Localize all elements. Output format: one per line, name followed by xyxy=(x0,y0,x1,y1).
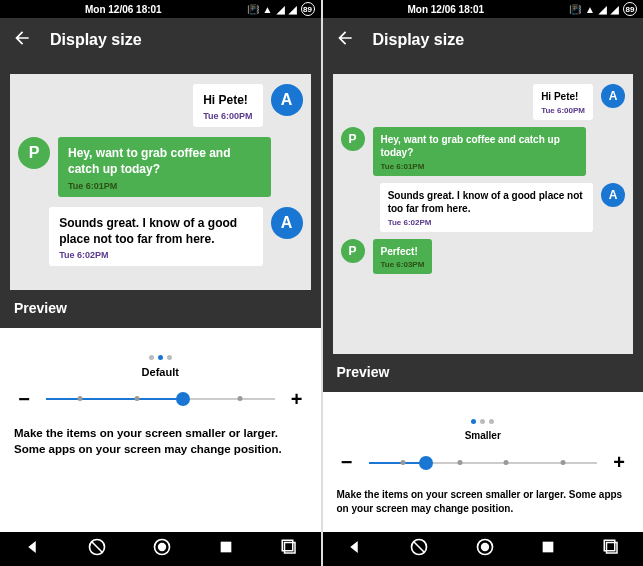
status-bar: Mon 12/06 18:01 📳 ▲ ◢ ◢ 89 xyxy=(0,0,321,18)
battery-icon: 89 xyxy=(623,2,637,16)
battery-icon: 89 xyxy=(301,2,315,16)
wifi-icon: ▲ xyxy=(263,4,273,15)
status-time: Mon 12/06 18:01 xyxy=(329,4,564,15)
message-timestamp: Tue 6:00PM xyxy=(541,106,585,115)
app-bar: Display size xyxy=(0,18,321,62)
nav-home-icon[interactable] xyxy=(475,537,495,561)
controls: Default − + Make the items on your scree… xyxy=(0,328,321,532)
message-text: Hey, want to grab coffee and catch up to… xyxy=(381,133,578,160)
status-icons: 📳 ▲ ◢ ◢ 89 xyxy=(569,2,637,16)
dot[interactable] xyxy=(471,419,476,424)
slider-thumb[interactable] xyxy=(419,456,433,470)
signal-icon: ◢ xyxy=(277,4,285,15)
decrease-button[interactable]: − xyxy=(14,388,34,411)
svg-point-2 xyxy=(158,543,166,551)
controls: Smaller − + Make the items on your scree… xyxy=(323,392,644,532)
nav-recent-icon[interactable] xyxy=(540,539,556,559)
page-title: Display size xyxy=(373,31,465,49)
phone-default: Mon 12/06 18:01 📳 ▲ ◢ ◢ 89 Display size … xyxy=(0,0,323,566)
signal-icon: ◢ xyxy=(599,4,607,15)
message-row: Hi Pete!Tue 6:00PMA xyxy=(18,84,303,127)
dot[interactable] xyxy=(167,355,172,360)
dot[interactable] xyxy=(480,419,485,424)
message-bubble: Hi Pete!Tue 6:00PM xyxy=(533,84,593,120)
message-bubble: Hey, want to grab coffee and catch up to… xyxy=(373,127,586,176)
nav-back-icon[interactable] xyxy=(345,538,363,560)
description: Make the items on your screen smaller or… xyxy=(337,488,630,516)
message-row: PHey, want to grab coffee and catch up t… xyxy=(18,137,303,196)
message-timestamp: Tue 6:02PM xyxy=(388,218,585,227)
nav-block-icon[interactable] xyxy=(409,537,429,561)
message-bubble: Hey, want to grab coffee and catch up to… xyxy=(58,137,271,196)
size-slider[interactable] xyxy=(46,389,275,409)
vibrate-icon: 📳 xyxy=(247,4,259,15)
nav-gallery-icon[interactable] xyxy=(280,538,298,560)
page-dots[interactable] xyxy=(14,346,307,364)
message-timestamp: Tue 6:01PM xyxy=(381,162,578,171)
message-row: Hi Pete!Tue 6:00PMA xyxy=(341,84,626,120)
avatar: A xyxy=(271,84,303,116)
app-bar: Display size xyxy=(323,18,644,62)
slider-row: − + xyxy=(14,388,307,411)
page-dots[interactable] xyxy=(337,410,630,428)
decrease-button[interactable]: − xyxy=(337,451,357,474)
message-timestamp: Tue 6:02PM xyxy=(59,250,252,260)
status-bar: Mon 12/06 18:01 📳 ▲ ◢ ◢ 89 xyxy=(323,0,644,18)
wifi-icon: ▲ xyxy=(585,4,595,15)
dot[interactable] xyxy=(158,355,163,360)
increase-button[interactable]: + xyxy=(609,451,629,474)
svg-rect-3 xyxy=(221,542,232,553)
avatar: A xyxy=(601,84,625,108)
preview-label: Preview xyxy=(10,290,311,320)
nav-home-icon[interactable] xyxy=(152,537,172,561)
avatar: A xyxy=(601,183,625,207)
avatar: A xyxy=(271,207,303,239)
page-title: Display size xyxy=(50,31,142,49)
back-button[interactable] xyxy=(12,28,32,52)
message-bubble: Sounds great. I know of a good place not… xyxy=(380,183,593,232)
avatar: P xyxy=(341,127,365,151)
message-text: Sounds great. I know of a good place not… xyxy=(59,215,252,247)
message-bubble: Sounds great. I know of a good place not… xyxy=(49,207,262,266)
status-time: Mon 12/06 18:01 xyxy=(6,4,241,15)
message-row: PPerfect!Tue 6:03PM xyxy=(341,239,626,275)
message-text: Perfect! xyxy=(381,245,425,259)
message-text: Hi Pete! xyxy=(203,92,252,108)
message-bubble: Hi Pete!Tue 6:00PM xyxy=(193,84,262,127)
nav-bar xyxy=(0,532,321,566)
message-text: Hey, want to grab coffee and catch up to… xyxy=(68,145,261,177)
vibrate-icon: 📳 xyxy=(569,4,581,15)
size-label: Smaller xyxy=(337,430,630,441)
signal2-icon: ◢ xyxy=(611,4,619,15)
message-timestamp: Tue 6:01PM xyxy=(68,181,261,191)
size-label: Default xyxy=(14,366,307,378)
message-text: Sounds great. I know of a good place not… xyxy=(388,189,585,216)
nav-recent-icon[interactable] xyxy=(218,539,234,559)
message-timestamp: Tue 6:03PM xyxy=(381,260,425,269)
message-timestamp: Tue 6:00PM xyxy=(203,111,252,121)
description: Make the items on your screen smaller or… xyxy=(14,425,307,457)
back-button[interactable] xyxy=(335,28,355,52)
preview-area: Hi Pete!Tue 6:00PMAPHey, want to grab co… xyxy=(0,62,321,328)
message-row: Sounds great. I know of a good place not… xyxy=(341,183,626,232)
chat-preview: Hi Pete!Tue 6:00PMAPHey, want to grab co… xyxy=(333,74,634,354)
slider-thumb[interactable] xyxy=(176,392,190,406)
svg-point-8 xyxy=(481,543,489,551)
signal2-icon: ◢ xyxy=(289,4,297,15)
nav-block-icon[interactable] xyxy=(87,537,107,561)
nav-bar xyxy=(323,532,644,566)
message-text: Hi Pete! xyxy=(541,90,585,104)
slider-row: − + xyxy=(337,451,630,474)
preview-area: Hi Pete!Tue 6:00PMAPHey, want to grab co… xyxy=(323,62,644,392)
nav-back-icon[interactable] xyxy=(23,538,41,560)
phone-smaller: Mon 12/06 18:01 📳 ▲ ◢ ◢ 89 Display size … xyxy=(323,0,644,566)
size-slider[interactable] xyxy=(369,453,598,473)
message-row: PHey, want to grab coffee and catch up t… xyxy=(341,127,626,176)
increase-button[interactable]: + xyxy=(287,388,307,411)
nav-gallery-icon[interactable] xyxy=(602,538,620,560)
svg-rect-9 xyxy=(543,542,554,553)
preview-label: Preview xyxy=(333,354,634,384)
dot[interactable] xyxy=(149,355,154,360)
message-row: Sounds great. I know of a good place not… xyxy=(18,207,303,266)
dot[interactable] xyxy=(489,419,494,424)
